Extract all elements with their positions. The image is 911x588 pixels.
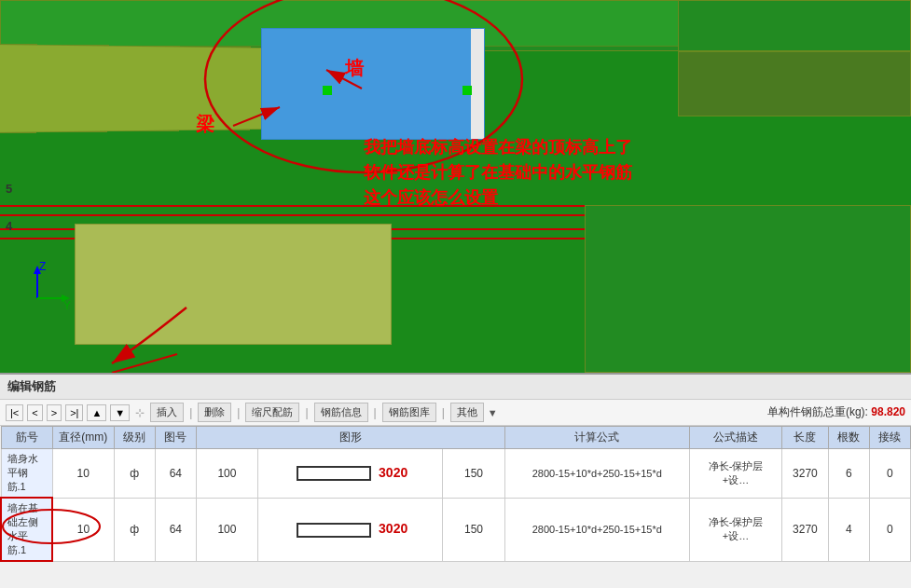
num-5: 5 [6, 182, 12, 196]
bottom-panel: 编辑钢筋 |< < > >| ▲ ▼ ⊹ 插入 | 删除 | 缩尺配筋 | 钢筋… [0, 373, 911, 562]
insert-btn[interactable]: 插入 [150, 403, 184, 422]
question-annotation: 我把墙底标高设置在梁的顶标高上了 软件还是计算了在基础中的水平钢筋 这个应该怎么… [364, 135, 632, 211]
col-header-grade: 级别 [114, 427, 155, 449]
cell-right-dim-1: 150 [443, 498, 504, 561]
cell-name-1: 墙在基础左侧水平筋.1 [1, 498, 52, 561]
nav-last-btn[interactable]: >| [65, 404, 83, 421]
panel-title: 编辑钢筋 [0, 375, 911, 400]
wall-object [261, 28, 485, 140]
rebar-table: 筋号 直径(mm) 级别 图号 图形 计算公式 公式描述 长度 根数 接续 墙身… [0, 426, 911, 562]
cell-formula-0: 2800-15+10*d+250-15+15*d [504, 449, 689, 499]
cell-shape-1: 3020 [258, 498, 443, 561]
cell-name-0: 墙身水平钢筋.1 [1, 449, 52, 499]
total-weight-display: 单构件钢筋总重(kg): 98.820 [767, 404, 905, 420]
sep-1: ⊹ [133, 406, 146, 419]
sep-5: | [372, 406, 379, 419]
foundation-object [75, 224, 392, 345]
move-up-btn[interactable]: ▲ [87, 404, 106, 421]
col-header-shape: 图形 [196, 427, 504, 449]
table-row[interactable]: 墙在基础左侧水平筋.1 10 ф 64 100 3020 150 2800-15… [1, 498, 911, 561]
axis-indicator: Z Y [19, 261, 75, 317]
col-header-count: 根数 [828, 427, 869, 449]
cell-count-1: 4 [828, 498, 869, 561]
sep-6: | [440, 406, 447, 419]
delete-btn[interactable]: 删除 [198, 403, 231, 422]
scale-btn[interactable]: 缩尺配筋 [245, 403, 299, 422]
green-square-2 [462, 86, 472, 95]
green-square-1 [323, 86, 332, 95]
col-header-id: 筋号 [1, 427, 52, 449]
svg-text:Z: Z [39, 261, 46, 273]
nav-next-btn[interactable]: > [47, 404, 62, 421]
sep-3: | [235, 406, 242, 419]
other-btn[interactable]: 其他 [450, 403, 484, 422]
cell-diameter-0: 10 [52, 449, 114, 499]
col-header-connection: 接续 [869, 427, 910, 449]
cell-desc-0: 净长-保护层+设… [689, 449, 781, 499]
info-btn[interactable]: 钢筋信息 [314, 403, 368, 422]
nav-prev-btn[interactable]: < [27, 404, 42, 421]
table-row[interactable]: 墙身水平钢筋.1 10 ф 64 100 3020 150 2800-15+10… [1, 449, 911, 499]
toolbar: |< < > >| ▲ ▼ ⊹ 插入 | 删除 | 缩尺配筋 | 钢筋信息 | … [0, 400, 911, 426]
wall-annotation: 墙 [345, 56, 364, 81]
cell-desc-1: 净长-保护层+设… [689, 498, 781, 561]
cell-right-dim-0: 150 [443, 449, 504, 499]
col-header-drawing: 图号 [155, 427, 196, 449]
col-header-diameter: 直径(mm) [52, 427, 114, 449]
cell-shape-0: 3020 [258, 449, 443, 499]
wall-right-edge [471, 29, 484, 139]
cell-count-0: 6 [828, 449, 869, 499]
nav-first-btn[interactable]: |< [6, 404, 23, 421]
move-down-btn[interactable]: ▼ [110, 404, 130, 421]
cell-formula-1: 2800-15+10*d+250-15+15*d [504, 498, 689, 561]
svg-text:Y: Y [63, 299, 71, 312]
sep-4: | [303, 406, 310, 419]
col-header-formula: 计算公式 [504, 427, 689, 449]
right-top-beam [678, 0, 911, 51]
cell-diameter-1: 10 [52, 498, 114, 561]
cell-length-0: 3270 [782, 449, 829, 499]
cell-drawing-0: 64 [155, 449, 196, 499]
table-container: 筋号 直径(mm) 级别 图号 图形 计算公式 公式描述 长度 根数 接续 墙身… [0, 426, 911, 562]
3d-viewport: 梁 墙 我把墙底标高设置在梁的顶标高上了 软件还是计算了在基础中的水平钢筋 这个… [0, 0, 911, 373]
lower-right-block [585, 205, 911, 373]
col-header-length: 长度 [782, 427, 829, 449]
cell-grade-1: ф [114, 498, 155, 561]
cell-connection-0: 0 [869, 449, 910, 499]
cell-length-1: 3270 [782, 498, 829, 561]
col-header-desc: 公式描述 [689, 427, 781, 449]
cell-grade-0: ф [114, 449, 155, 499]
cell-left-dim-0: 100 [196, 449, 257, 499]
sep-2: | [187, 406, 194, 419]
cell-drawing-1: 64 [155, 498, 196, 561]
other-dropdown-arrow: ▼ [488, 407, 498, 418]
beam-annotation: 梁 [196, 112, 214, 137]
cell-connection-1: 0 [869, 498, 910, 561]
library-btn[interactable]: 钢筋图库 [382, 403, 436, 422]
right-mid-beam [678, 51, 911, 116]
cell-left-dim-1: 100 [196, 498, 257, 561]
num-4: 4 [6, 219, 12, 233]
